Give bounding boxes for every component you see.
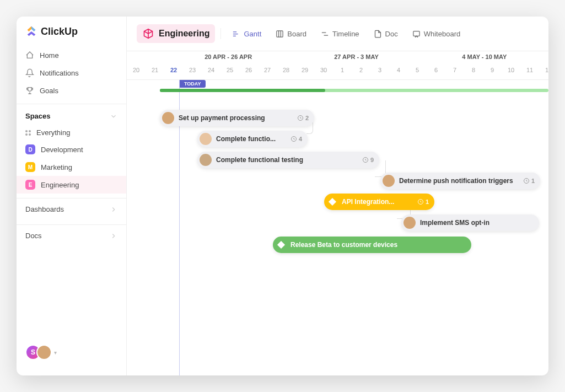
task-bar[interactable]: Set up payment processing 2: [160, 110, 314, 126]
doc-icon: [374, 30, 382, 38]
day-cell[interactable]: 27: [258, 63, 277, 79]
space-marketing[interactable]: M Marketing: [17, 158, 126, 176]
day-cell[interactable]: 30: [314, 63, 333, 79]
task-label: Determine push notification triggers: [399, 177, 513, 185]
task-label: API Integration...: [342, 198, 394, 206]
trophy-icon: [25, 86, 34, 95]
day-cell[interactable]: 6: [427, 63, 445, 79]
avatar: [403, 217, 416, 229]
chevron-down-icon: [110, 112, 117, 120]
app-window: ClickUp Home Notifications Goals Spaces …: [17, 17, 548, 375]
space-label: Development: [41, 146, 83, 154]
divider: [220, 28, 221, 39]
avatar: [36, 345, 52, 360]
day-cell[interactable]: 11: [520, 63, 539, 79]
day-cell[interactable]: 3: [370, 63, 389, 79]
subtask-icon: [362, 157, 369, 163]
space-badge: D: [25, 144, 35, 154]
user-avatars[interactable]: S ▾: [17, 338, 126, 367]
nav-label: Notifications: [40, 69, 79, 77]
gantt-chart[interactable]: 20 APR - 26 APR 27 APR - 3 MAY 4 MAY - 1…: [127, 51, 548, 375]
diamond-icon: [277, 241, 285, 249]
space-badge: E: [25, 180, 35, 190]
day-cell[interactable]: 28: [277, 63, 295, 79]
task-label: Complete functio...: [216, 135, 276, 143]
cube-icon: [142, 28, 154, 40]
subtask-icon: [523, 178, 530, 184]
task-bar[interactable]: Determine push notification triggers 1: [380, 173, 540, 189]
logo[interactable]: ClickUp: [17, 25, 126, 46]
home-icon: [25, 51, 34, 60]
dropdown-caret-icon[interactable]: ▾: [54, 350, 57, 356]
space-label: Everything: [36, 128, 70, 137]
day-cell[interactable]: 20: [127, 63, 146, 79]
day-cell[interactable]: 25: [220, 63, 239, 79]
sidebar: ClickUp Home Notifications Goals Spaces …: [17, 17, 127, 375]
day-cell[interactable]: 29: [295, 63, 314, 79]
day-cell[interactable]: 2: [352, 63, 370, 79]
today-label: TODAY: [180, 80, 206, 88]
day-cell[interactable]: 7: [445, 63, 464, 79]
task-count: 2: [297, 115, 309, 121]
day-cell[interactable]: 21: [146, 63, 164, 79]
avatar: [200, 133, 212, 145]
task-bar-milestone[interactable]: API Integration... 1: [324, 194, 434, 210]
nav-notifications[interactable]: Notifications: [17, 64, 126, 82]
spaces-header[interactable]: Spaces: [17, 104, 126, 125]
day-cell[interactable]: 10: [502, 63, 520, 79]
toolbar: Engineering Gantt Board Timeline Doc W: [127, 17, 548, 51]
week-row: 20 APR - 26 APR 27 APR - 3 MAY 4 MAY - 1…: [127, 51, 548, 63]
space-everything[interactable]: Everything: [17, 125, 126, 141]
diamond-icon: [329, 198, 336, 206]
day-cell[interactable]: 26: [239, 63, 258, 79]
project-name: Engineering: [159, 29, 209, 39]
task-count: 1: [523, 178, 535, 184]
day-cell[interactable]: 8: [464, 63, 483, 79]
day-cell[interactable]: 24: [202, 63, 220, 79]
task-bar[interactable]: Complete functio... 4: [197, 131, 308, 147]
project-chip[interactable]: Engineering: [137, 24, 215, 43]
space-development[interactable]: D Development: [17, 141, 126, 158]
subtask-icon: [290, 136, 297, 142]
view-gantt[interactable]: Gantt: [227, 26, 267, 41]
timeline-icon: [321, 30, 329, 38]
dashboards-section[interactable]: Dashboards: [17, 198, 126, 220]
task-count: 1: [417, 198, 429, 205]
task-label: Complete functional testing: [216, 156, 303, 164]
view-board[interactable]: Board: [270, 26, 312, 41]
week-label: 27 APR - 3 MAY: [292, 51, 420, 63]
day-cell[interactable]: 1: [333, 63, 352, 79]
view-timeline[interactable]: Timeline: [315, 26, 365, 41]
view-doc[interactable]: Doc: [368, 26, 403, 41]
task-label: Release Beta to customer devices: [290, 241, 397, 249]
day-cell[interactable]: 12: [539, 63, 548, 79]
logo-text: ClickUp: [41, 26, 78, 37]
bell-icon: [25, 68, 34, 77]
task-bar[interactable]: Implement SMS opt-in: [401, 214, 539, 231]
task-count: 9: [362, 157, 374, 163]
avatar: [383, 175, 395, 187]
nav-label: Home: [40, 51, 59, 60]
view-whiteboard[interactable]: Whiteboard: [407, 26, 466, 41]
task-label: Implement SMS opt-in: [420, 219, 489, 227]
day-cell[interactable]: 23: [183, 63, 202, 79]
space-label: Engineering: [41, 181, 79, 189]
space-badge: M: [25, 162, 35, 172]
day-cell[interactable]: 5: [408, 63, 427, 79]
main-content: Engineering Gantt Board Timeline Doc W: [127, 17, 548, 375]
day-cell[interactable]: 4: [389, 63, 408, 79]
space-label: Marketing: [41, 163, 72, 171]
task-bar[interactable]: Complete functional testing 9: [197, 152, 379, 168]
space-engineering[interactable]: E Engineering: [17, 176, 126, 194]
docs-section[interactable]: Docs: [17, 224, 126, 246]
day-row: 2021222324252627282930123456789101112: [127, 63, 548, 80]
day-cell[interactable]: 9: [483, 63, 502, 79]
nav-label: Goals: [40, 87, 58, 95]
task-bar-milestone[interactable]: Release Beta to customer devices: [273, 237, 471, 253]
day-cell[interactable]: 22: [164, 63, 183, 79]
gantt-header: 20 APR - 26 APR 27 APR - 3 MAY 4 MAY - 1…: [127, 51, 548, 80]
task-label: Set up payment processing: [179, 114, 265, 122]
nav-goals[interactable]: Goals: [17, 82, 126, 99]
week-label: 20 APR - 26 APR: [164, 51, 292, 63]
nav-home[interactable]: Home: [17, 46, 126, 64]
